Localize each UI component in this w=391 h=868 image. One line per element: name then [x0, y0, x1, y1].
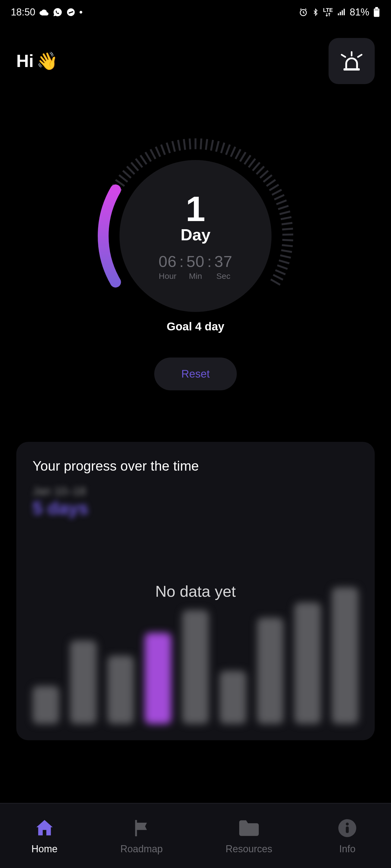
svg-rect-5 [375, 7, 378, 8]
hour-value: 06 [159, 252, 177, 271]
svg-line-28 [119, 175, 128, 182]
progress-card: Your progress over the time Jan 10–18 5 … [16, 442, 375, 740]
nav-resources[interactable]: Resources [226, 817, 272, 855]
svg-line-52 [240, 152, 246, 161]
chart-bar [70, 641, 97, 724]
svg-line-51 [235, 149, 240, 159]
nav-info[interactable]: Info [335, 817, 360, 855]
svg-line-37 [161, 145, 165, 155]
svg-rect-7 [343, 68, 360, 70]
signal-icon [337, 8, 346, 17]
alarm-icon [299, 8, 308, 17]
greeting: Hi 👋 [16, 51, 58, 71]
min-label: Min [189, 272, 202, 281]
info-icon [335, 817, 360, 839]
progress-gauge: 1 Day 06 Hour : 50 Min : 37 Sec [87, 125, 304, 301]
time-counter: 06 Hour : 50 Min : 37 Sec [159, 252, 232, 281]
app-header: Hi 👋 [0, 24, 391, 92]
svg-line-74 [279, 260, 289, 264]
svg-line-49 [226, 145, 230, 155]
svg-rect-6 [374, 9, 379, 10]
status-bar: 18:50 LTE 81% [0, 0, 391, 24]
chart-bar [332, 587, 358, 724]
blocker-icon [66, 8, 76, 17]
svg-line-34 [145, 152, 151, 161]
chart-bar [257, 618, 284, 724]
battery-percent: 81% [350, 6, 369, 18]
status-time: 18:50 [11, 6, 35, 18]
svg-line-33 [140, 155, 147, 164]
folder-icon [237, 817, 261, 839]
svg-line-69 [282, 235, 293, 235]
nav-roadmap-label: Roadmap [120, 843, 163, 855]
battery-icon [373, 7, 380, 18]
chart-bar [33, 686, 59, 724]
svg-line-77 [273, 275, 283, 280]
svg-line-42 [190, 138, 190, 150]
svg-line-76 [275, 270, 285, 275]
lte-icon: LTE [323, 8, 333, 17]
svg-line-29 [123, 170, 131, 178]
svg-line-78 [271, 279, 280, 285]
emergency-button[interactable] [329, 38, 375, 84]
reset-label: Reset [181, 368, 210, 380]
svg-point-2 [80, 11, 82, 13]
svg-line-75 [277, 265, 287, 269]
greeting-text: Hi [16, 51, 34, 71]
svg-line-65 [280, 211, 290, 214]
svg-line-41 [184, 139, 185, 150]
svg-line-67 [282, 223, 292, 224]
svg-line-39 [172, 141, 175, 152]
no-data-message: No data yet [155, 582, 236, 600]
svg-line-66 [281, 217, 291, 219]
svg-line-61 [272, 190, 282, 195]
svg-line-35 [150, 149, 155, 159]
bluetooth-icon [312, 8, 319, 17]
svg-line-62 [274, 195, 284, 199]
card-subheading-blurred: Jan 10–18 5 days [33, 485, 358, 518]
svg-line-71 [282, 245, 293, 246]
svg-line-68 [282, 229, 293, 229]
svg-line-56 [257, 166, 264, 174]
chart-bar [220, 671, 246, 724]
svg-line-57 [260, 170, 268, 178]
wave-emoji: 👋 [36, 51, 58, 71]
reset-button[interactable]: Reset [154, 358, 237, 390]
chart-bar [145, 633, 171, 724]
svg-line-48 [221, 143, 224, 153]
svg-line-32 [136, 159, 142, 167]
svg-line-58 [263, 175, 272, 182]
min-value: 50 [187, 252, 205, 271]
svg-line-30 [127, 166, 134, 174]
svg-line-47 [216, 141, 219, 152]
home-icon [32, 817, 57, 839]
goal-text: Goal 4 day [167, 320, 224, 333]
svg-line-53 [244, 155, 251, 164]
chart-bar [182, 610, 209, 724]
sec-label: Sec [216, 272, 230, 281]
svg-line-73 [280, 255, 291, 258]
dot-icon [79, 10, 83, 14]
svg-rect-81 [346, 827, 349, 833]
svg-point-80 [346, 823, 349, 826]
svg-line-59 [267, 180, 276, 186]
nav-home[interactable]: Home [31, 817, 58, 855]
svg-line-38 [167, 143, 170, 153]
sec-value: 37 [214, 252, 232, 271]
svg-line-54 [249, 159, 255, 167]
svg-line-72 [281, 250, 292, 252]
nav-roadmap[interactable]: Roadmap [120, 817, 163, 855]
svg-line-64 [278, 206, 288, 209]
bottom-nav: Home Roadmap Resources Info [0, 803, 391, 868]
chart-bar [294, 602, 321, 724]
svg-line-50 [231, 147, 235, 157]
svg-line-63 [276, 200, 286, 204]
svg-line-31 [131, 162, 138, 170]
svg-line-44 [201, 138, 201, 150]
flag-icon [129, 817, 154, 839]
svg-line-46 [211, 140, 213, 151]
nav-home-label: Home [31, 843, 58, 855]
svg-line-40 [178, 140, 180, 151]
svg-line-36 [156, 147, 160, 157]
svg-line-60 [269, 185, 279, 190]
